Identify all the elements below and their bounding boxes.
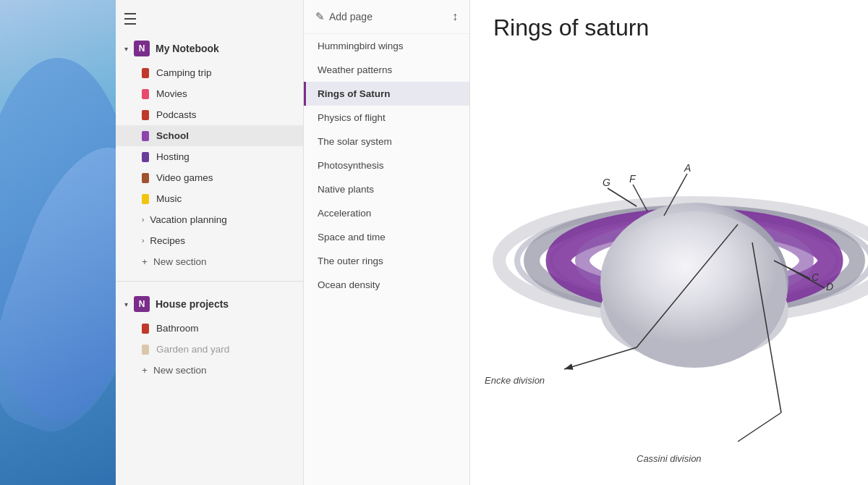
chevron-down-icon: ▾ bbox=[124, 45, 128, 53]
onenote-app: ▾ N My Notebook Camping trip Movies Podc… bbox=[116, 0, 868, 485]
section-color-dot bbox=[142, 173, 149, 183]
edit-icon: ✎ bbox=[315, 10, 325, 23]
section-color-dot bbox=[142, 110, 149, 120]
page-item-physics-of-flight[interactable]: Physics of flight bbox=[304, 106, 469, 130]
page-item-solar-system[interactable]: The solar system bbox=[304, 130, 469, 153]
section-color-dot bbox=[142, 324, 149, 334]
svg-text:G: G bbox=[603, 177, 610, 188]
sidebar-item-music[interactable]: Music bbox=[116, 188, 303, 209]
page-item-photosynthesis[interactable]: Photosynthesis bbox=[304, 153, 469, 177]
sidebar-item-vacation-planning[interactable]: › Vacation planning bbox=[116, 209, 303, 230]
hamburger-menu-button[interactable] bbox=[124, 12, 139, 26]
svg-line-24 bbox=[738, 413, 781, 442]
svg-text:Cassini division: Cassini division bbox=[637, 453, 702, 464]
section-color-dot bbox=[142, 194, 149, 204]
svg-text:Encke division: Encke division bbox=[485, 375, 545, 386]
content-area: Rings of saturn bbox=[470, 0, 868, 485]
pages-toolbar: ✎ Add page ↕ bbox=[304, 0, 469, 34]
chevron-right-icon: › bbox=[142, 237, 144, 245]
sidebar-item-school[interactable]: School bbox=[116, 125, 303, 146]
notebook-header-house-projects[interactable]: ▾ N House projects bbox=[116, 290, 303, 318]
saturn-image: G F A C D bbox=[470, 29, 868, 478]
section-color-dot bbox=[142, 152, 149, 162]
sidebar: ▾ N My Notebook Camping trip Movies Podc… bbox=[116, 0, 304, 485]
svg-text:F: F bbox=[629, 173, 637, 185]
sidebar-item-movies[interactable]: Movies bbox=[116, 83, 303, 104]
notebook-section-my-notebook: ▾ N My Notebook Camping trip Movies Podc… bbox=[116, 32, 303, 275]
page-item-native-plants[interactable]: Native plants bbox=[304, 177, 469, 201]
page-item-space-and-time[interactable]: Space and time bbox=[304, 225, 469, 249]
notebook-section-house-projects: ▾ N House projects Bathroom Garden and y… bbox=[116, 287, 303, 384]
sidebar-new-section-button[interactable]: + New section bbox=[116, 251, 303, 272]
page-item-rings-of-saturn[interactable]: Rings of Saturn bbox=[304, 82, 469, 106]
page-item-outer-rings[interactable]: The outer rings bbox=[304, 249, 469, 273]
section-color-dot bbox=[142, 345, 149, 355]
svg-point-8 bbox=[602, 211, 787, 368]
sidebar-item-podcasts[interactable]: Podcasts bbox=[116, 104, 303, 125]
sidebar-item-garden-and-yard[interactable]: Garden and yard bbox=[116, 339, 303, 360]
chevron-down-icon: ▾ bbox=[124, 300, 128, 308]
section-color-dot bbox=[142, 89, 149, 99]
svg-line-20 bbox=[564, 347, 637, 369]
add-page-button[interactable]: ✎ Add page bbox=[315, 10, 373, 23]
svg-text:A: A bbox=[684, 162, 691, 174]
windows-decoration-panel bbox=[0, 0, 116, 485]
svg-text:D: D bbox=[826, 281, 833, 292]
notebook-icon-house-projects: N bbox=[134, 296, 150, 312]
plus-icon: + bbox=[142, 256, 148, 267]
chevron-right-icon: › bbox=[142, 216, 144, 224]
sort-pages-button[interactable]: ↕ bbox=[452, 10, 458, 23]
sidebar-divider bbox=[116, 281, 303, 282]
notebook-header-my-notebook[interactable]: ▾ N My Notebook bbox=[116, 35, 303, 62]
page-item-hummingbird-wings[interactable]: Hummingbird wings bbox=[304, 34, 469, 58]
sidebar-item-video-games[interactable]: Video games bbox=[116, 167, 303, 188]
house-new-section-button[interactable]: + New section bbox=[116, 360, 303, 381]
plus-icon: + bbox=[142, 365, 148, 376]
sidebar-header bbox=[116, 0, 303, 32]
sidebar-item-hosting[interactable]: Hosting bbox=[116, 146, 303, 167]
notebook-title-my-notebook: My Notebook bbox=[156, 43, 219, 54]
sidebar-item-bathroom[interactable]: Bathroom bbox=[116, 318, 303, 339]
pages-list: Hummingbird wings Weather patterns Rings… bbox=[304, 34, 469, 485]
page-item-acceleration[interactable]: Acceleration bbox=[304, 201, 469, 225]
sidebar-item-camping-trip[interactable]: Camping trip bbox=[116, 62, 303, 83]
section-color-dot bbox=[142, 131, 149, 141]
notebook-title-house-projects: House projects bbox=[156, 298, 229, 310]
pages-panel: ✎ Add page ↕ Hummingbird wings Weather p… bbox=[304, 0, 470, 485]
page-item-ocean-density[interactable]: Ocean density bbox=[304, 273, 469, 297]
sidebar-item-recipes[interactable]: › Recipes bbox=[116, 230, 303, 251]
section-color-dot bbox=[142, 68, 149, 78]
notebook-icon-my-notebook: N bbox=[134, 41, 150, 56]
page-item-weather-patterns[interactable]: Weather patterns bbox=[304, 58, 469, 82]
